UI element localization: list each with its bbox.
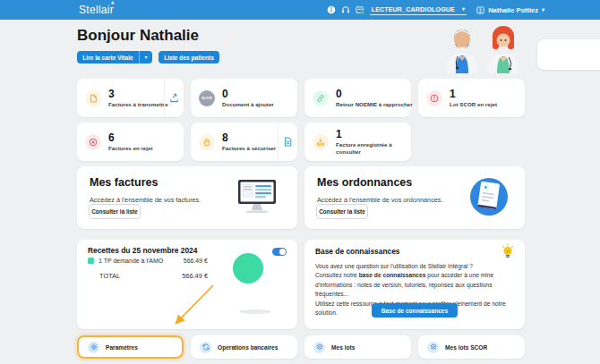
shortcut-mes-lots[interactable]: Mes lots <box>304 335 411 359</box>
kb-line2-bold: base de connaissances <box>359 272 426 278</box>
stellair-logo: Stellair <box>79 4 114 16</box>
stat-label: Document à ajouter <box>222 101 274 107</box>
user-badge-icon <box>476 5 484 14</box>
shortcut-operations-bancaires[interactable]: Opérations bancaires <box>191 335 297 359</box>
stat-card-factures-a-transmettre[interactable]: 3 Factures à transmettre <box>77 79 184 117</box>
transmit-button[interactable] <box>164 79 184 117</box>
mes-factures-title: Mes factures <box>90 176 158 189</box>
secure-invoices-button[interactable] <box>278 123 297 161</box>
recettes-donut-chart <box>233 253 263 284</box>
alert-icon <box>426 90 442 106</box>
scor-badge-icon: SCOR <box>199 90 215 106</box>
chevron-down-icon: ▾ <box>144 55 147 60</box>
prescription-illustration <box>467 175 510 218</box>
inbox-download-icon <box>313 134 329 150</box>
donut-shadow <box>239 309 271 314</box>
consulter-liste-factures-button[interactable]: Consulter la liste <box>89 204 141 219</box>
total-row: TOTAL <box>99 272 120 280</box>
gear-icon <box>88 342 99 353</box>
user-menu[interactable]: Nathalie Pottiez ▾ <box>476 5 544 14</box>
reader-select-value: LECTEUR_CARDIOLOGUE <box>372 6 455 13</box>
info-icon[interactable] <box>327 5 336 14</box>
doctors-illustration <box>437 23 527 73</box>
stat-label: Facture enregistrée à consulter <box>336 141 397 155</box>
error-circle-icon <box>85 134 101 150</box>
stat-value: 0 <box>336 89 411 99</box>
stat-label: Retour NOEMIE à rapprocher <box>336 101 411 107</box>
read-vitale-dropdown[interactable]: ▾ <box>140 51 152 63</box>
lock-icon <box>199 134 215 150</box>
mes-ordonnances-card: Mes ordonnances Accédez à l'ensemble de … <box>304 166 525 229</box>
consulter-liste-ordonnances-button[interactable]: Consulter la liste <box>316 204 368 219</box>
monitor-illustration <box>235 178 279 216</box>
shortcut-label: Mes lots SCOR <box>445 344 487 351</box>
mes-factures-card: Mes factures Accédez à l'ensemble de vos… <box>77 166 297 229</box>
chevron-down-icon: ▾ <box>542 7 544 13</box>
card-reader-icon[interactable] <box>356 5 364 14</box>
side-widget <box>537 39 600 70</box>
stat-label: Factures en rejet <box>108 145 153 151</box>
bank-operations-icon <box>200 342 211 353</box>
user-menu-name: Nathalie Pottiez <box>488 6 538 14</box>
link-icon <box>313 90 329 106</box>
total-label: TOTAL <box>99 272 120 280</box>
mes-ordonnances-description: Accédez à l'ensemble de vos ordonnances. <box>317 196 443 204</box>
legend-swatch <box>88 258 94 264</box>
stat-value: 3 <box>108 89 168 99</box>
kb-line1: Vous avez une question sur l'utilisation… <box>315 263 473 269</box>
read-vitale-card-button[interactable]: Lire la carte Vitale ▾ <box>77 51 152 63</box>
stat-card-factures-a-securiser[interactable]: 8 Factures à sécuriser <box>191 123 297 161</box>
patients-list-button[interactable]: Liste des patients <box>159 51 219 63</box>
knowledge-base-button[interactable]: Base de connaissances <box>372 303 458 317</box>
shortcut-label: Mes lots <box>331 344 355 351</box>
lightbulb-icon <box>501 243 515 259</box>
stat-value: 1 <box>450 89 497 99</box>
layers-icon <box>313 342 325 353</box>
mes-factures-description: Accédez à l'ensemble de vos factures. <box>90 196 201 204</box>
knowledge-base-title: Base de connaissances <box>315 247 400 256</box>
stat-label: Factures à transmettre <box>108 101 168 107</box>
knowledge-base-card: Base de connaissances Vous avez une ques… <box>304 240 525 329</box>
kb-line2-pre: Consultez notre <box>315 272 359 278</box>
stat-card-facture-enregistree[interactable]: 1 Facture enregistrée à consulter <box>304 123 411 161</box>
reader-select[interactable]: LECTEUR_CARDIOLOGUE ▾ <box>370 5 467 15</box>
mes-ordonnances-title: Mes ordonnances <box>317 176 412 189</box>
top-bar: Stellair LECTEUR_CARDIOLOGUE ▾ Nathalie … <box>0 0 600 20</box>
recettes-toggle[interactable] <box>272 248 287 256</box>
shortcut-label: Opérations bancaires <box>218 344 278 351</box>
stat-value: 8 <box>222 132 276 143</box>
stat-card-document-a-ajouter[interactable]: SCOR 0 Document à ajouter <box>191 79 297 117</box>
stat-card-retour-noemie[interactable]: 0 Retour NOEMIE à rapprocher <box>304 79 411 117</box>
stat-value: 1 <box>336 129 397 140</box>
stat-label: Lot SCOR en rejet <box>450 101 497 107</box>
stat-value: 6 <box>108 132 153 143</box>
legend-item: 1 TP demandé à l'AMO <box>88 258 163 264</box>
recettes-title: Recettes du 25 novembre 2024 <box>88 246 197 255</box>
headset-icon[interactable] <box>341 5 350 14</box>
legend-label: 1 TP demandé à l'AMO <box>99 258 163 264</box>
layers-icon <box>427 342 439 353</box>
chevron-down-icon: ▾ <box>462 6 465 12</box>
page-title: Bonjour Nathalie <box>77 27 199 45</box>
document-icon <box>85 90 101 106</box>
read-vitale-card-label[interactable]: Lire la carte Vitale <box>77 51 140 63</box>
stat-label: Factures à sécuriser <box>222 145 276 151</box>
total-value: 566.49 € <box>172 272 208 280</box>
shortcut-mes-lots-scor[interactable]: Mes lots SCOR <box>418 335 525 359</box>
recettes-card: Recettes du 25 novembre 2024 1 TP demand… <box>77 240 297 329</box>
stat-value: 0 <box>222 89 274 99</box>
shortcut-parametres[interactable]: Paramètres <box>77 335 184 359</box>
stat-card-factures-en-rejet[interactable]: 6 Factures en rejet <box>77 123 184 161</box>
stat-card-lot-scor-en-rejet[interactable]: 1 Lot SCOR en rejet <box>418 79 525 117</box>
legend-value: 566.49 € <box>172 258 208 264</box>
shortcut-label: Paramètres <box>106 344 138 351</box>
